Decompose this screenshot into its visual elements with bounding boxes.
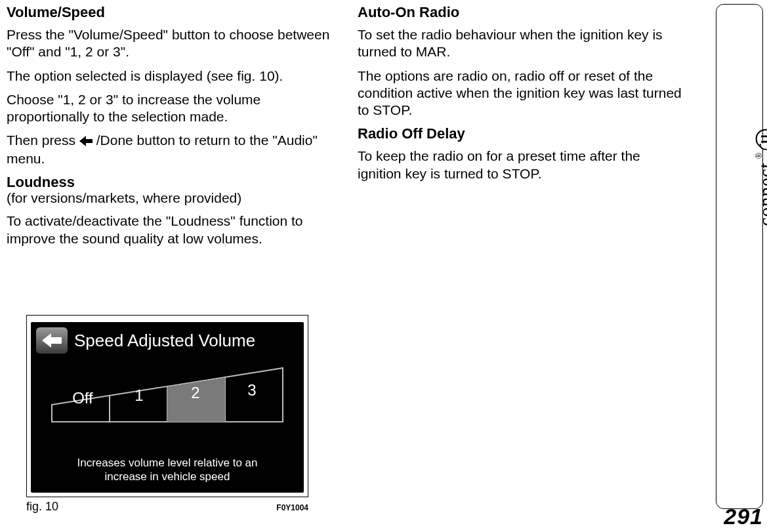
option-3[interactable]: 3 — [224, 381, 280, 399]
heading-subtitle: (for versions/markets, where provided) — [7, 190, 331, 206]
manual-page: Volume/Speed Press the "Volume/Speed" bu… — [0, 0, 767, 532]
paragraph: The option selected is displayed (see fi… — [7, 68, 331, 85]
paragraph: To activate/deactivate the "Loudness" fu… — [7, 213, 331, 247]
figure-frame: Speed Adjusted Volume — [26, 315, 308, 497]
svg-marker-1 — [42, 333, 62, 348]
heading-loudness: Loudness — [7, 174, 331, 191]
footer-line: increase in vehicle speed — [31, 470, 304, 483]
paragraph: To keep the radio on for a preset time a… — [358, 148, 682, 182]
left-column: Volume/Speed Press the "Volume/Speed" bu… — [7, 4, 331, 254]
back-button[interactable] — [36, 327, 68, 354]
figure-caption-row: fig. 10 F0Y1004 — [26, 500, 308, 514]
two-column-layout: Volume/Speed Press the "Volume/Speed" bu… — [7, 4, 689, 254]
paragraph: Press the "Volume/Speed" button to choos… — [7, 26, 331, 61]
logo-mark-icon: U — [756, 129, 767, 149]
option-2[interactable]: 2 — [167, 384, 224, 402]
figure-code: F0Y1004 — [276, 503, 308, 512]
back-arrow-icon — [79, 133, 93, 150]
screen-header: Speed Adjusted Volume — [31, 322, 304, 354]
registered-mark-icon: ® — [755, 153, 764, 159]
uconnect-logo: connect ® U — [755, 129, 767, 226]
page-number: 291 — [724, 504, 763, 529]
content-area: Volume/Speed Press the "Volume/Speed" bu… — [0, 0, 695, 505]
arrow-left-icon — [42, 333, 62, 348]
paragraph: Choose "1, 2 or 3" to increase the volum… — [7, 91, 331, 126]
figure-caption: fig. 10 — [26, 500, 58, 514]
right-column: Auto-On Radio To set the radio behaviour… — [358, 4, 682, 254]
heading-auto-on-radio: Auto-On Radio — [358, 4, 682, 21]
heading-radio-off-delay: Radio Off Delay — [358, 125, 682, 142]
heading-volume-speed: Volume/Speed — [7, 4, 331, 21]
paragraph: To set the radio behaviour when the igni… — [358, 26, 682, 61]
paragraph: The options are radio on, radio off or r… — [358, 68, 682, 119]
screen-title: Speed Adjusted Volume — [74, 331, 255, 351]
figure-10: Speed Adjusted Volume — [26, 315, 308, 514]
option-off[interactable]: Off — [54, 389, 111, 407]
logo-text: connect — [755, 163, 767, 226]
side-rail: connect ® U — [716, 4, 763, 509]
footer-line: Increases volume level relative to an — [31, 456, 304, 470]
segment-labels: Off 1 2 3 — [54, 385, 280, 403]
infotainment-screen: Speed Adjusted Volume — [31, 322, 304, 493]
volume-speed-selector[interactable]: Off 1 2 3 — [49, 365, 285, 431]
svg-marker-0 — [79, 136, 93, 146]
paragraph: Then press /Done button to return to the… — [7, 132, 331, 167]
option-1[interactable]: 1 — [111, 386, 167, 405]
text-fragment: Then press — [7, 133, 79, 148]
screen-footer: Increases volume level relative to an in… — [31, 456, 304, 484]
